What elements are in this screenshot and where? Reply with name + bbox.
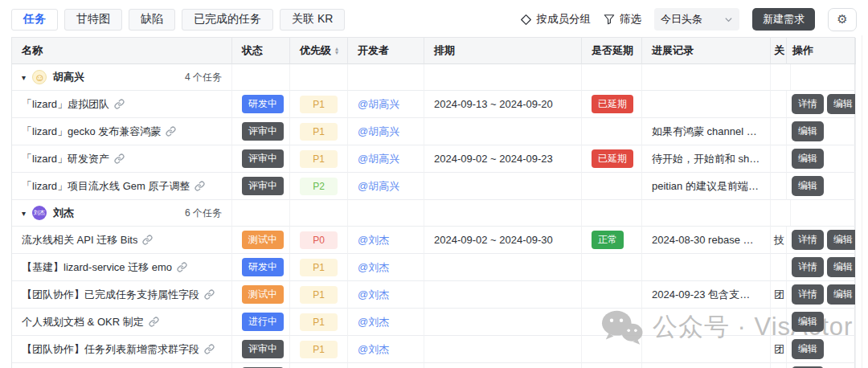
delay-badge: 已延期 [592, 95, 633, 113]
tab-completed-tasks[interactable]: 已完成的任务 [182, 9, 273, 31]
related-cell [771, 91, 787, 118]
developer-link[interactable]: @刘杰 [358, 342, 389, 357]
task-row: 【基建】lizard-service 迁移 emo 研发中 P1 @刘杰 详情编… [12, 254, 854, 281]
developer-cell: @刘杰 [348, 254, 424, 281]
link-icon[interactable] [177, 262, 187, 272]
view-select-dropdown[interactable]: 今日头条 [654, 8, 739, 31]
developer-link[interactable]: @胡高兴 [358, 97, 399, 112]
group-task-count: 4 个任务 [185, 71, 222, 84]
link-icon[interactable] [114, 153, 125, 164]
progress-cell: 2024-08-30 rebase 紧急流... [642, 227, 771, 254]
collapse-caret-icon[interactable]: ▾ [22, 209, 26, 218]
priority-cell: P0 [290, 227, 348, 254]
actions-cell: 编辑 [787, 145, 856, 173]
priority-badge: P2 [300, 178, 338, 195]
task-row: 【团队协作】任务列表新增需求群字段 评审中 P1 @刘杰 团 编辑 [12, 336, 854, 363]
progress-cell: 如果有鸿蒙 channel 发布的... [642, 118, 771, 145]
col-header-name: 名称 [12, 38, 232, 64]
edit-button[interactable]: 编辑 [827, 230, 856, 250]
task-table: 名称 状态 优先级 ▴▾ 开发者 排期 是否延期 进展记录 关 操作 ▾ ☺ 胡… [11, 37, 855, 368]
task-row: 个人规划文档 & OKR 制定 进行中 P1 @刘杰 编辑 [12, 309, 854, 336]
edit-button[interactable]: 编辑 [827, 94, 856, 114]
priority-badge: P1 [300, 286, 338, 304]
tab-tasks[interactable]: 任务 [11, 9, 58, 31]
new-task-button[interactable]: 新建需求 [752, 8, 815, 31]
delay-badge: 已延期 [592, 149, 633, 168]
task-name-link[interactable]: 「lizard」虚拟团队 [22, 97, 109, 112]
priority-header-label: 优先级 [300, 43, 331, 58]
priority-cell: P1 [290, 309, 348, 336]
developer-link[interactable]: @刘杰 [358, 260, 389, 275]
collapse-caret-icon[interactable]: ▾ [22, 73, 26, 82]
task-name-cell: 【团队协作】任务列表新增需求群字段 [12, 336, 232, 363]
actions-cell: 编辑 [787, 336, 856, 363]
table-body: ▾ ☺ 胡高兴 4 个任务 「lizard」虚拟团队 研发中 P1 @胡高兴 2… [12, 64, 854, 368]
developer-link[interactable]: @胡高兴 [358, 152, 399, 166]
developer-cell: @胡高兴 [348, 173, 424, 200]
group-row: ▾ ☺ 胡高兴 4 个任务 [12, 64, 854, 91]
actions-cell: 编辑 [787, 363, 856, 368]
sort-icon[interactable]: ▴▾ [335, 47, 338, 55]
priority-badge: P1 [300, 341, 338, 358]
task-name-link[interactable]: 「lizard」研发资产 [22, 152, 109, 166]
task-name-link[interactable]: 流水线相关 API 迁移 Bits [22, 233, 137, 247]
detail-button[interactable]: 详情 [792, 94, 824, 114]
related-text: 团 [774, 342, 784, 357]
tab-gantt[interactable]: 甘特图 [64, 9, 122, 31]
schedule-cell [424, 254, 582, 281]
task-row: 「lizard」研发资产 评审中 P1 @胡高兴 2024-09-02 ~ 20… [12, 145, 854, 173]
priority-badge: P1 [300, 313, 338, 331]
progress-cell: peitian 的建议是前端项目强... [642, 173, 771, 200]
link-icon[interactable] [142, 235, 153, 245]
related-text: 团 [774, 288, 784, 302]
task-name-link[interactable]: 【团队协作】任务列表新增需求群字段 [22, 342, 199, 357]
col-header-priority[interactable]: 优先级 ▴▾ [290, 38, 348, 64]
link-icon[interactable] [194, 181, 205, 191]
scrollbar-track[interactable] [862, 35, 862, 368]
link-icon[interactable] [204, 344, 215, 354]
status-badge: 测试中 [242, 285, 284, 304]
filter-button[interactable]: 筛选 [604, 12, 641, 27]
developer-link[interactable]: @胡高兴 [358, 179, 399, 194]
edit-button[interactable]: 编辑 [827, 284, 856, 305]
detail-button[interactable]: 详情 [792, 284, 824, 305]
edit-button[interactable]: 编辑 [792, 339, 824, 359]
link-icon[interactable] [114, 99, 125, 109]
task-name-link[interactable]: 【基建】lizard-service 迁移 emo [22, 260, 172, 275]
priority-cell: P1 [290, 118, 348, 145]
detail-button[interactable]: 详情 [792, 257, 824, 277]
developer-link[interactable]: @刘杰 [358, 233, 389, 247]
task-name-link[interactable]: 「lizard」项目流水线 Gem 原子调整 [22, 179, 190, 194]
edit-button[interactable]: 编辑 [792, 312, 824, 332]
link-icon[interactable] [166, 126, 176, 137]
delay-cell [582, 254, 642, 281]
developer-link[interactable]: @刘杰 [358, 288, 389, 302]
settings-button[interactable]: ⚙ [828, 8, 857, 31]
developer-link[interactable]: @胡高兴 [358, 125, 399, 139]
edit-button[interactable]: 编辑 [792, 121, 824, 141]
edit-button[interactable]: 编辑 [792, 176, 824, 196]
task-name-cell: 「lizard」虚拟团队 [12, 91, 232, 118]
task-name-link[interactable]: 「lizard」gecko 发布兼容鸿蒙 [22, 125, 161, 139]
delay-cell [582, 173, 642, 200]
delay-cell [582, 281, 642, 309]
priority-badge: P1 [300, 96, 338, 113]
edit-button[interactable]: 编辑 [827, 257, 856, 277]
schedule-cell: 2024-09-13 ~ 2024-09-20 [424, 91, 582, 118]
delay-cell: 已延期 [582, 145, 642, 173]
detail-button[interactable]: 详情 [792, 230, 824, 250]
status-badge: 研发中 [242, 95, 284, 113]
toolbar: 任务 甘特图 缺陷 已完成的任务 关联 KR 按成员分组 筛选 今日头条 新建需… [0, 0, 868, 31]
group-by-member-button[interactable]: 按成员分组 [520, 12, 592, 27]
link-icon[interactable] [204, 289, 215, 300]
link-icon[interactable] [149, 317, 159, 327]
tab-related-kr[interactable]: 关联 KR [280, 9, 345, 31]
developer-link[interactable]: @刘杰 [358, 315, 389, 329]
tab-defects[interactable]: 缺陷 [129, 9, 175, 31]
edit-button[interactable]: 编辑 [792, 149, 824, 169]
related-cell: 团 [771, 336, 787, 363]
task-name-link[interactable]: 个人规划文档 & OKR 制定 [22, 315, 144, 329]
task-name-link[interactable]: 【团队协作】已完成任务支持属性字段 [22, 288, 199, 302]
status-cell: 进行中 [232, 309, 290, 336]
priority-badge: P1 [300, 123, 338, 141]
